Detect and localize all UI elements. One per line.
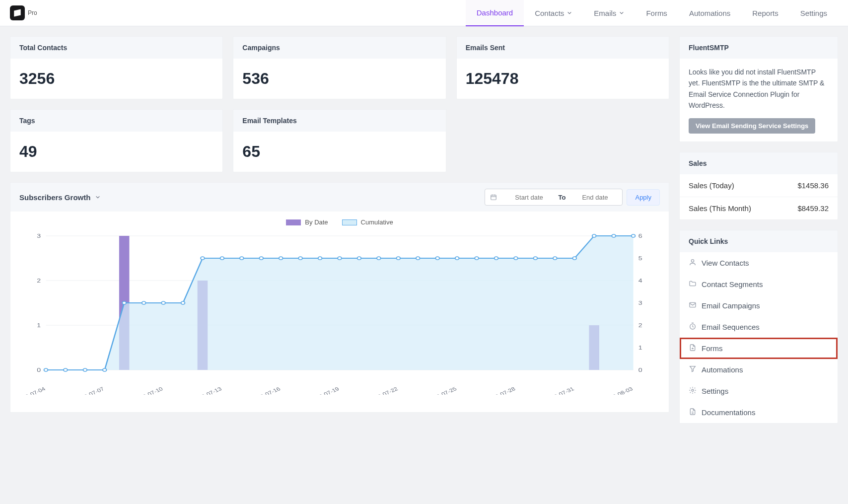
legend-bar-swatch	[286, 219, 301, 225]
quicklink-email-campaigns[interactable]: Email Campaigns	[680, 295, 838, 316]
svg-point-24	[142, 301, 146, 304]
main-nav: DashboardContactsEmailsFormsAutomationsR…	[466, 0, 838, 26]
nav-settings[interactable]: Settings	[789, 0, 838, 26]
legend-line-label: Cumulative	[361, 218, 393, 226]
sales-value: $1458.36	[797, 181, 829, 190]
chart-controls: To Apply	[485, 189, 660, 206]
svg-point-43	[514, 257, 518, 260]
svg-text:2022-07-07: 2022-07-07	[73, 386, 105, 395]
svg-text:2022-07-10: 2022-07-10	[133, 386, 164, 395]
sales-row: Sales (This Month)$8459.32	[680, 197, 838, 219]
svg-point-34	[338, 257, 342, 260]
svg-text:0: 0	[638, 367, 642, 373]
nav-forms[interactable]: Forms	[635, 0, 678, 26]
svg-point-32	[298, 257, 302, 260]
chevron-down-icon	[95, 195, 100, 200]
nav-emails[interactable]: Emails	[583, 0, 635, 26]
sales-label: Sales (This Month)	[689, 204, 751, 213]
chevron-down-icon	[619, 10, 624, 15]
svg-text:2022-07-25: 2022-07-25	[426, 386, 458, 395]
fluentsmtp-button[interactable]: View Email Sending Service Settings	[689, 118, 815, 134]
svg-point-49	[632, 234, 636, 237]
stat-label: Tags	[10, 110, 222, 132]
quicklink-label: Email Sequences	[702, 323, 760, 331]
svg-point-22	[103, 368, 107, 371]
start-date-input[interactable]	[502, 194, 557, 201]
svg-point-42	[495, 257, 498, 260]
chart-title-wrap[interactable]: Subscribers Growth	[19, 193, 100, 202]
svg-point-26	[181, 301, 185, 304]
quicklinks-title: Quick Links	[680, 230, 838, 252]
quicklink-contact-segments[interactable]: Contact Segments	[680, 274, 838, 295]
svg-point-23	[122, 301, 126, 304]
quicklink-label: Contact Segments	[702, 280, 763, 288]
quicklinks-list: View ContactsContact SegmentsEmail Campa…	[680, 252, 838, 423]
logo-icon	[10, 5, 25, 20]
svg-point-41	[475, 257, 479, 260]
fluentsmtp-title: FluentSMTP	[680, 37, 838, 59]
doc-icon	[689, 408, 697, 417]
chart-panel: Subscribers Growth To Apply	[10, 182, 669, 413]
quicklink-label: Email Campaigns	[702, 301, 760, 310]
svg-point-40	[455, 257, 459, 260]
svg-point-45	[553, 257, 557, 260]
svg-point-44	[534, 257, 538, 260]
svg-point-29	[240, 257, 244, 260]
nav-automations[interactable]: Automations	[678, 0, 741, 26]
legend-line[interactable]: Cumulative	[342, 218, 393, 226]
svg-point-30	[259, 257, 263, 260]
svg-text:2022-07-19: 2022-07-19	[309, 386, 341, 395]
svg-point-61	[691, 259, 694, 262]
end-date-input[interactable]	[567, 194, 622, 201]
clock-icon	[689, 322, 697, 332]
stat-label: Total Contacts	[10, 37, 222, 59]
svg-point-27	[201, 257, 205, 260]
svg-point-28	[220, 257, 224, 260]
legend-bar[interactable]: By Date	[286, 218, 328, 226]
quicklink-label: Automations	[702, 365, 743, 374]
sales-label: Sales (Today)	[689, 181, 734, 190]
file-icon	[689, 344, 697, 353]
svg-text:2: 2	[37, 278, 41, 284]
quicklink-forms[interactable]: Forms	[680, 338, 838, 359]
svg-point-64	[692, 389, 694, 391]
nav-reports[interactable]: Reports	[741, 0, 789, 26]
fluentsmtp-panel: FluentSMTP Looks like you did not instal…	[679, 36, 838, 142]
logo-badge: Pro	[28, 9, 37, 16]
svg-text:2022-07-22: 2022-07-22	[367, 386, 399, 395]
fluentsmtp-text: Looks like you did not install FluentSMT…	[689, 68, 824, 109]
svg-text:1: 1	[37, 322, 41, 328]
svg-point-35	[357, 257, 361, 260]
quicklink-documentations[interactable]: Documentations	[680, 402, 838, 423]
svg-text:1: 1	[638, 345, 642, 351]
legend-line-swatch	[342, 219, 357, 225]
apply-button[interactable]: Apply	[627, 189, 660, 206]
svg-point-47	[592, 234, 596, 237]
mail-icon	[689, 301, 697, 310]
quicklink-label: Forms	[702, 344, 723, 353]
quicklink-view-contacts[interactable]: View Contacts	[680, 252, 838, 274]
svg-point-19	[44, 368, 48, 371]
quicklink-automations[interactable]: Automations	[680, 359, 838, 380]
funnel-icon	[689, 365, 697, 374]
folder-icon	[689, 280, 697, 289]
calendar-icon	[485, 194, 502, 201]
svg-text:6: 6	[638, 233, 642, 239]
sales-row: Sales (Today)$1458.36	[680, 174, 838, 197]
content: Total Contacts3256Campaigns536Emails Sen…	[0, 26, 848, 433]
stat-campaigns: Campaigns536	[233, 36, 446, 99]
nav-contacts[interactable]: Contacts	[524, 0, 583, 26]
quicklink-label: Settings	[702, 387, 728, 395]
stat-value: 49	[10, 132, 222, 172]
svg-text:2022-07-13: 2022-07-13	[191, 386, 223, 395]
quicklink-settings[interactable]: Settings	[680, 380, 838, 402]
stat-value: 536	[233, 59, 445, 99]
svg-text:2022-07-04: 2022-07-04	[20, 386, 47, 395]
stat-value: 125478	[457, 59, 669, 99]
quicklink-email-sequences[interactable]: Email Sequences	[680, 316, 838, 338]
sales-rows: Sales (Today)$1458.36Sales (This Month)$…	[680, 174, 838, 219]
sales-panel: Sales Sales (Today)$1458.36Sales (This M…	[679, 152, 838, 220]
svg-point-37	[396, 257, 400, 260]
fluentsmtp-body: Looks like you did not install FluentSMT…	[680, 59, 838, 142]
nav-dashboard[interactable]: Dashboard	[466, 0, 524, 26]
